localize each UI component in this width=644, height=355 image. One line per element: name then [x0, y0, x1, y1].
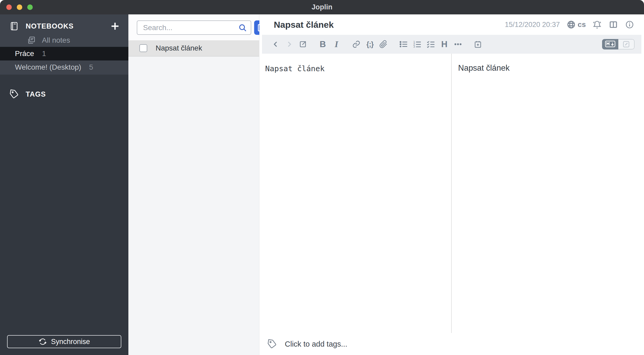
- editor-toolbar: B I {;} 123 H: [262, 35, 641, 54]
- close-window-button[interactable]: [6, 4, 12, 10]
- note-meta: 15/12/2020 20:37 cs: [505, 20, 634, 29]
- search-area: [128, 14, 259, 40]
- notebook-count: 1: [42, 49, 46, 58]
- note-properties-info-icon[interactable]: [625, 20, 634, 29]
- bulleted-list-button[interactable]: [397, 37, 410, 51]
- synchronise-button[interactable]: Synchronise: [7, 335, 121, 348]
- notebooks-header-label: NOTEBOOKS: [26, 22, 74, 30]
- numbered-list-button[interactable]: 123: [410, 37, 424, 51]
- markdown-preview: Napsat článek: [452, 54, 644, 333]
- back-button[interactable]: [269, 37, 282, 51]
- richtext-editor-toggle[interactable]: [618, 39, 635, 49]
- globe-icon: [567, 20, 576, 29]
- traffic-lights: [6, 0, 33, 14]
- notebook-label: Welcome! (Desktop): [15, 63, 81, 71]
- minimize-window-button[interactable]: [17, 4, 22, 10]
- add-tags-button[interactable]: Click to add tags...: [285, 340, 347, 348]
- note-header: Napsat článek 15/12/2020 20:37 cs: [259, 14, 644, 35]
- editor-panel: Napsat článek 15/12/2020 20:37 cs: [259, 14, 644, 355]
- tags-header: TAGS: [0, 87, 128, 102]
- external-edit-icon[interactable]: [296, 37, 310, 51]
- tags-header-label: TAGS: [26, 90, 46, 98]
- markdown-editor-toggle[interactable]: [602, 39, 618, 49]
- sidebar-item-all-notes[interactable]: All notes: [0, 34, 128, 47]
- checkbox-list-button[interactable]: [424, 37, 438, 51]
- synchronise-label: Synchronise: [51, 338, 90, 346]
- note-list-panel: Napsat článek: [128, 14, 259, 355]
- insert-datetime-button[interactable]: [471, 37, 485, 51]
- note-title[interactable]: Napsat článek: [274, 20, 334, 30]
- spellcheck-locale[interactable]: cs: [578, 20, 586, 29]
- tag-icon: [267, 339, 277, 349]
- toggle-layout-icon[interactable]: [609, 20, 618, 29]
- joplin-window: Joplin NOTEBOOKS All no: [0, 0, 644, 355]
- notebook-count: 5: [89, 63, 93, 71]
- note-date: 15/12/2020 20:37: [505, 21, 560, 29]
- more-options-button[interactable]: [451, 37, 465, 51]
- editor-content: Napsat článek Napsat článek: [259, 54, 644, 333]
- attach-file-button[interactable]: [377, 37, 390, 51]
- markdown-icon: [605, 41, 615, 48]
- notebook-label: Práce: [15, 49, 34, 58]
- hyperlink-button[interactable]: [350, 37, 363, 51]
- code-button[interactable]: {;}: [363, 37, 377, 51]
- search-box: [137, 20, 251, 35]
- editor-view-toggle: [602, 39, 635, 49]
- sync-icon: [39, 337, 47, 346]
- tag-icon: [9, 90, 19, 99]
- note-list-item[interactable]: Napsat článek: [128, 40, 259, 57]
- search-input[interactable]: [143, 23, 238, 32]
- note-todo-checkbox[interactable]: [139, 44, 147, 52]
- titlebar: Joplin: [0, 0, 644, 14]
- italic-button[interactable]: I: [330, 37, 343, 51]
- all-notes-icon: [27, 36, 36, 45]
- edit-pencil-icon: [622, 40, 630, 48]
- notebooks-section: NOTEBOOKS All notes Práce 1 Welcome!: [0, 14, 128, 75]
- markdown-editor[interactable]: Napsat článek: [259, 54, 451, 333]
- notebook-icon: [9, 21, 19, 31]
- all-notes-label: All notes: [42, 36, 70, 45]
- bold-button[interactable]: B: [316, 37, 330, 51]
- search-icon: [238, 23, 247, 32]
- note-item-title: Napsat článek: [156, 44, 202, 52]
- svg-text:3: 3: [413, 45, 415, 48]
- heading-button[interactable]: H: [438, 37, 451, 51]
- notebooks-header: NOTEBOOKS: [0, 19, 128, 34]
- zoom-window-button[interactable]: [27, 4, 33, 10]
- forward-button[interactable]: [282, 37, 296, 51]
- tags-bar: Click to add tags...: [259, 333, 644, 355]
- alarm-bell-icon[interactable]: [593, 20, 602, 29]
- window-title: Joplin: [312, 3, 332, 11]
- sidebar: NOTEBOOKS All notes Práce 1 Welcome!: [0, 14, 128, 355]
- new-notebook-button[interactable]: [110, 21, 121, 32]
- sidebar-item-notebook[interactable]: Práce 1: [0, 47, 128, 60]
- sidebar-item-notebook[interactable]: Welcome! (Desktop) 5: [0, 60, 128, 74]
